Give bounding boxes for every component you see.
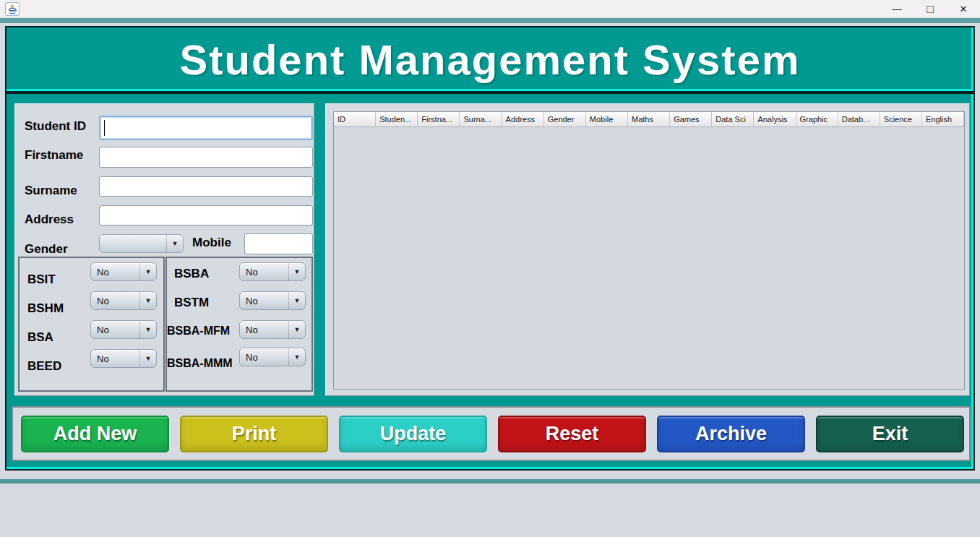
chevron-down-icon: ▼ [139,263,156,280]
window-edge-stripe-bottom [0,479,980,484]
chevron-down-icon: ▼ [139,350,156,367]
add-new-button[interactable]: Add New [21,416,169,452]
course-beed-value: No [91,353,139,364]
column-header-address[interactable]: Address [502,112,544,127]
chevron-down-icon: ▼ [288,263,305,280]
student-id-input[interactable] [99,116,313,140]
course-bsit-select[interactable]: No ▼ [90,262,157,281]
student-id-label: Student ID [25,119,86,134]
column-header-english[interactable]: English [922,112,964,127]
course-bsba-mfm-select[interactable]: No ▼ [239,320,306,339]
course-box-right: BSBA No ▼ BSTM No ▼ BSBA-MFM No ▼ BSBA-M… [166,257,313,392]
window-titlebar: — □ ✕ [0,0,980,18]
table-header-row: ID Studen... Firstna... Surna... Address… [334,112,964,127]
reset-button[interactable]: Reset [498,416,646,452]
column-header-maths[interactable]: Maths [628,112,670,127]
course-beed-select[interactable]: No ▼ [90,349,157,368]
column-header-mobile[interactable]: Mobile [586,112,628,127]
course-bsa-label: BSA [27,330,53,345]
column-header-id[interactable]: ID [334,112,376,127]
java-coffee-icon [5,2,20,16]
column-header-firstname[interactable]: Firstna... [418,112,460,127]
maximize-icon: □ [927,3,934,16]
close-button[interactable]: ✕ [947,0,980,18]
gender-select[interactable]: ▼ [99,234,184,253]
course-beed-label: BEED [27,359,61,374]
minimize-icon: — [893,4,902,14]
header-panel: Student Management System [5,26,975,93]
window-edge-stripe-top [0,18,980,23]
course-bshm-label: BSHM [27,301,64,316]
column-header-science[interactable]: Science [880,112,922,127]
course-bshm-value: No [91,296,139,306]
student-form-panel: Student ID Firstname Surname Address Gen… [14,103,314,396]
action-button-bar: Add New Print Update Reset Archive Exit [12,406,971,461]
course-bstm-label: BSTM [174,296,209,310]
course-bsba-label: BSBA [174,267,209,281]
column-header-analysis[interactable]: Analysis [754,112,796,127]
course-bsba-select[interactable]: No ▼ [239,262,306,281]
surname-label: Surname [25,184,77,198]
exit-button[interactable]: Exit [816,416,964,452]
course-bsit-value: No [91,267,139,278]
surname-input[interactable] [99,176,313,197]
column-header-graphic[interactable]: Graphic [796,112,838,127]
course-bsba-mmm-value: No [240,352,288,363]
minimize-button[interactable]: — [880,0,914,18]
main-panel: Student ID Firstname Surname Address Gen… [5,93,975,471]
course-bshm-select[interactable]: No ▼ [90,291,157,310]
course-bstm-select[interactable]: No ▼ [239,291,306,310]
chevron-down-icon: ▼ [288,292,305,309]
chevron-down-icon: ▼ [166,235,183,252]
chevron-down-icon: ▼ [139,321,156,338]
text-caret [104,120,105,136]
chevron-down-icon: ▼ [288,348,305,366]
column-header-games[interactable]: Games [670,112,712,127]
course-bsba-mfm-label: BSBA-MFM [167,325,230,338]
course-bsa-select[interactable]: No ▼ [90,320,157,339]
address-label: Address [25,212,74,227]
course-bsba-mfm-value: No [240,325,288,335]
chevron-down-icon: ▼ [139,292,156,309]
records-table-panel: ID Studen... Firstna... Surna... Address… [325,103,970,396]
gender-label: Gender [25,242,68,257]
column-header-studentid[interactable]: Studen... [376,112,418,127]
course-bsba-mmm-select[interactable]: No ▼ [239,348,306,366]
archive-button[interactable]: Archive [657,416,805,452]
column-header-surname[interactable]: Surna... [460,112,502,127]
page-title: Student Management System [180,35,801,84]
course-bsit-label: BSIT [27,272,56,287]
column-header-datasci[interactable]: Data Sci [712,112,754,127]
chevron-down-icon: ▼ [288,321,305,338]
course-bsba-mmm-label: BSBA-MMM [167,357,233,370]
course-bstm-value: No [240,296,288,306]
update-button[interactable]: Update [339,416,487,452]
course-box-left: BSIT No ▼ BSHM No ▼ BSA No ▼ BEED No ▼ [18,257,165,392]
records-table: ID Studen... Firstna... Surna... Address… [333,111,965,390]
column-header-gender[interactable]: Gender [544,112,586,127]
maximize-button[interactable]: □ [914,0,947,18]
close-icon: ✕ [960,4,968,14]
print-button[interactable]: Print [180,416,328,452]
firstname-input[interactable] [99,147,313,168]
course-bsba-value: No [240,267,288,278]
mobile-input[interactable] [244,233,313,254]
address-input[interactable] [99,205,313,225]
firstname-label: Firstname [25,148,83,163]
mobile-label: Mobile [192,236,231,250]
course-bsa-value: No [91,325,139,335]
column-header-database[interactable]: Datab... [838,112,880,127]
